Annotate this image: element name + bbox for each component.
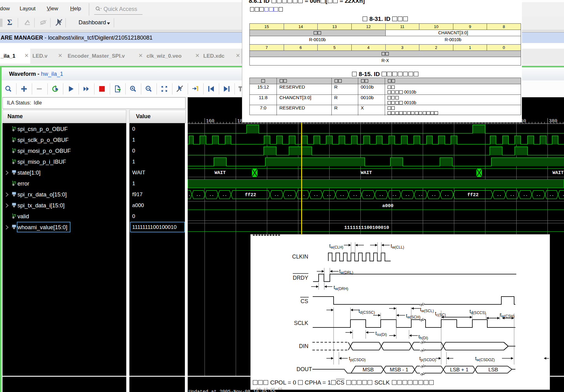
svg-text:DRDY: DRDY [293, 275, 308, 281]
svg-text:DOUT: DOUT [296, 366, 312, 372]
svg-text:th(DI): th(DI) [418, 334, 428, 340]
svg-text:tw(SCH): tw(SCH) [406, 313, 420, 319]
svg-text:..: .. [405, 192, 410, 197]
svg-text:WAIT: WAIT [361, 170, 372, 176]
svg-text:..: .. [392, 192, 397, 197]
svg-text:MSB: MSB [363, 367, 374, 372]
svg-text:WAIT: WAIT [552, 170, 564, 176]
svg-text:tw(CLL): tw(CLL) [391, 243, 404, 249]
svg-text:WAIT: WAIT [215, 170, 226, 176]
svg-text:ff22: ff22 [467, 192, 479, 198]
svg-text:..: .. [188, 192, 191, 197]
svg-text:tw(CSDOZ): tw(CSDOZ) [475, 356, 495, 362]
svg-text:a000: a000 [382, 203, 393, 209]
svg-text:..: .. [209, 192, 214, 197]
svg-text:tw(SCL): tw(SCL) [420, 307, 434, 313]
svg-text:tp(CSDO): tp(CSDO) [349, 356, 366, 362]
svg-text:..: .. [313, 192, 318, 197]
svg-text:..: .. [431, 192, 436, 197]
svg-text:td(SCCS): td(SCCS) [470, 309, 486, 315]
svg-text:ff22: ff22 [245, 192, 256, 198]
svg-text:..: .. [366, 192, 371, 197]
svg-text:MSB - 1: MSB - 1 [390, 367, 408, 372]
svg-text:..: .. [222, 192, 227, 197]
svg-text:..: .. [418, 192, 423, 197]
svg-text:tc(SC): tc(SC) [435, 311, 446, 317]
svg-text:..: .. [353, 192, 358, 197]
svg-text:LSB: LSB [488, 367, 498, 372]
svg-text:160: 160 [206, 119, 215, 124]
svg-text:tw(DRL): tw(DRL) [339, 269, 353, 275]
svg-text:tw(CLH): tw(CLH) [329, 243, 343, 249]
svg-text:..: .. [497, 192, 502, 197]
svg-text:..: .. [274, 192, 279, 197]
svg-text:380: 380 [549, 119, 557, 124]
svg-text:tsu(DI): tsu(DI) [375, 331, 387, 337]
svg-text:CLKIN: CLKIN [292, 254, 308, 260]
svg-text:DIN: DIN [299, 343, 308, 349]
svg-text:td(CSSC): td(CSSC) [359, 308, 375, 315]
svg-text:..: .. [523, 192, 528, 197]
svg-text:..: .. [326, 192, 331, 197]
svg-text:..: .. [196, 192, 201, 197]
svg-text:1111111100100010: 1111111100100010 [344, 225, 389, 230]
svg-text:..: .. [549, 192, 554, 197]
svg-text:..: .. [287, 192, 292, 197]
svg-text:SCLK: SCLK [294, 320, 308, 326]
svg-text:..: .. [562, 192, 564, 197]
svg-text:..: .. [510, 192, 515, 197]
svg-text:tw(DRH): tw(DRH) [334, 285, 348, 291]
svg-text:tp(SCDO): tp(SCDO) [419, 356, 436, 362]
svg-text:LSB + 1: LSB + 1 [450, 367, 468, 372]
svg-text:..: .. [340, 192, 345, 197]
svg-text:..: .. [379, 192, 384, 197]
svg-text:CS: CS [301, 298, 308, 304]
svg-text:..: .. [444, 192, 449, 197]
svg-text:..: .. [536, 192, 541, 197]
